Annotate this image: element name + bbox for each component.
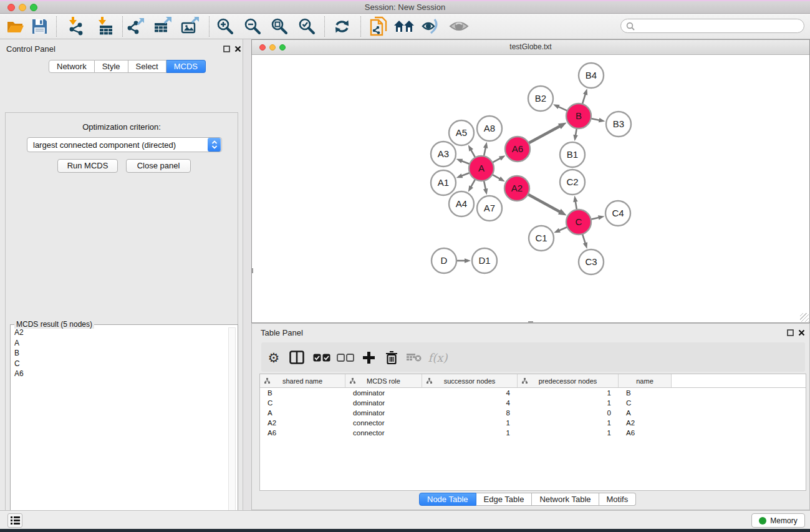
close-panel-icon[interactable] [234, 45, 242, 52]
table-cell[interactable]: A2 [260, 419, 345, 427]
minimize-network-window-button[interactable] [269, 44, 276, 51]
graph-edge-A-A6[interactable] [493, 155, 506, 162]
graph-node-C3[interactable]: C3 [579, 249, 604, 274]
graph-edge-B-B3[interactable] [591, 118, 605, 122]
column-header-MCDS-role[interactable]: MCDS role [345, 374, 422, 387]
graph-edge-A2-C[interactable] [528, 195, 567, 216]
import-network-icon[interactable] [65, 16, 86, 37]
graph-node-C2[interactable]: C2 [560, 170, 585, 195]
table-row[interactable]: Adominator80A [260, 408, 806, 418]
graph-edge-D-D1[interactable] [456, 258, 471, 263]
table-cell[interactable]: dominator [345, 399, 422, 407]
graph-edge-A-A3[interactable] [456, 159, 470, 164]
show-graphics-details-icon[interactable] [448, 16, 470, 37]
export-network-icon[interactable] [126, 16, 147, 37]
graph-edge-A-A7[interactable] [483, 181, 488, 195]
float-table-panel-icon[interactable] [787, 329, 794, 336]
tab-edge-table[interactable]: Edge Table [476, 493, 533, 506]
graph-node-B1[interactable]: B1 [560, 142, 585, 167]
table-row[interactable]: Bdominator41B [260, 388, 806, 398]
mcds-result-list[interactable]: A2ABCA6 [12, 327, 228, 532]
graph-node-A[interactable]: A [469, 156, 494, 181]
graph-node-C[interactable]: C [566, 210, 591, 235]
export-image-icon[interactable] [180, 16, 201, 37]
table-cell[interactable]: 4 [422, 399, 518, 407]
graph-edge-B-B4[interactable] [582, 89, 587, 104]
table-cell[interactable]: A [260, 409, 345, 417]
zoom-out-icon[interactable] [242, 16, 263, 37]
column-header-name[interactable]: name [619, 374, 672, 387]
mcds-result-item[interactable]: A2 [12, 327, 228, 338]
export-table-icon[interactable] [152, 16, 173, 37]
table-cell[interactable]: 1 [422, 429, 518, 437]
network-window-titlebar[interactable]: testGlobe.txt [252, 40, 809, 55]
table-cell[interactable]: B [619, 389, 672, 397]
table-row[interactable]: A6connector11A6 [260, 428, 806, 438]
graph-edge-C-C3[interactable] [582, 234, 587, 249]
table-cell[interactable]: A6 [619, 429, 672, 437]
zoom-in-icon[interactable] [215, 16, 236, 37]
table-row[interactable]: A2connector11A2 [260, 418, 806, 428]
graph-node-D[interactable]: D [432, 248, 456, 273]
table-cell[interactable]: 1 [518, 429, 619, 437]
delete-icon[interactable] [381, 347, 402, 368]
search-input[interactable] [637, 22, 804, 31]
graph-edge-C-C2[interactable] [573, 196, 577, 210]
node-table[interactable]: shared nameMCDS rolesuccessor nodesprede… [259, 374, 806, 491]
tab-select[interactable]: Select [128, 60, 166, 73]
table-cell[interactable]: 8 [422, 409, 518, 417]
graph-edge-A-A8[interactable] [483, 142, 488, 157]
tab-network-table[interactable]: Network Table [532, 493, 599, 506]
minimize-window-button[interactable] [19, 4, 26, 11]
network-canvas[interactable]: B4B2BB3A8A5A6A3B1AA1C2A2A4A7C4CC1C3DD1 [252, 55, 809, 322]
resize-grip-icon[interactable] [800, 313, 809, 322]
graph-edge-C-C1[interactable] [554, 227, 567, 233]
graph-node-A8[interactable]: A8 [477, 116, 502, 141]
table-cell[interactable]: B [260, 389, 345, 397]
float-panel-icon[interactable] [223, 45, 231, 52]
graph-node-A6[interactable]: A6 [505, 137, 530, 162]
graph-edge-A-A4[interactable] [468, 179, 475, 191]
deselect-all-icon[interactable] [335, 347, 356, 368]
graph-edge-B-B1[interactable] [573, 128, 577, 142]
graph-node-B4[interactable]: B4 [579, 63, 604, 88]
graph-node-A7[interactable]: A7 [477, 196, 502, 221]
table-cell[interactable]: C [619, 399, 672, 407]
table-cell[interactable]: 0 [518, 409, 619, 417]
search-field[interactable] [620, 19, 804, 33]
open-folder-icon[interactable] [5, 16, 26, 37]
table-cell[interactable]: connector [345, 429, 422, 437]
table-row[interactable]: Cdominator41C [260, 398, 806, 408]
graph-node-A5[interactable]: A5 [449, 120, 474, 145]
graph-edge-A-A5[interactable] [468, 145, 475, 157]
mcds-result-item[interactable]: A [12, 338, 228, 349]
memory-button[interactable]: Memory [751, 513, 805, 528]
close-network-window-button[interactable] [259, 44, 266, 51]
import-table-icon[interactable] [94, 16, 115, 37]
run-mcds-button[interactable]: Run MCDS [57, 159, 118, 173]
tab-motifs[interactable]: Motifs [599, 493, 637, 506]
graph-node-C4[interactable]: C4 [605, 201, 630, 226]
delete-table-icon[interactable] [403, 347, 425, 368]
table-cell[interactable]: 1 [518, 419, 619, 427]
mcds-result-item[interactable]: C [12, 359, 228, 369]
mcds-result-item[interactable]: B [12, 348, 228, 359]
table-cell[interactable]: dominator [345, 389, 422, 397]
criterion-dropdown[interactable]: largest connected component (directed) [27, 137, 222, 152]
save-icon[interactable] [29, 16, 50, 37]
gear-icon[interactable]: ⚙ [263, 347, 284, 368]
function-builder-icon[interactable]: f(x) [427, 347, 448, 368]
graph-edge-A-A2[interactable] [492, 175, 504, 181]
network-graph[interactable]: B4B2BB3A8A5A6A3B1AA1C2A2A4A7C4CC1C3DD1 [252, 55, 809, 322]
network-from-file-icon[interactable] [368, 16, 389, 37]
graph-edge-A-A1[interactable] [456, 173, 470, 178]
close-window-button[interactable] [7, 4, 15, 11]
tab-node-table[interactable]: Node Table [419, 493, 476, 506]
graph-node-B[interactable]: B [566, 104, 591, 128]
graph-node-C1[interactable]: C1 [529, 226, 554, 251]
close-panel-button[interactable]: Close panel [126, 159, 191, 173]
table-cell[interactable]: A6 [260, 429, 345, 437]
table-cell[interactable]: A [619, 409, 672, 417]
table-cell[interactable]: dominator [345, 409, 422, 417]
mcds-result-item[interactable]: A6 [12, 369, 228, 379]
